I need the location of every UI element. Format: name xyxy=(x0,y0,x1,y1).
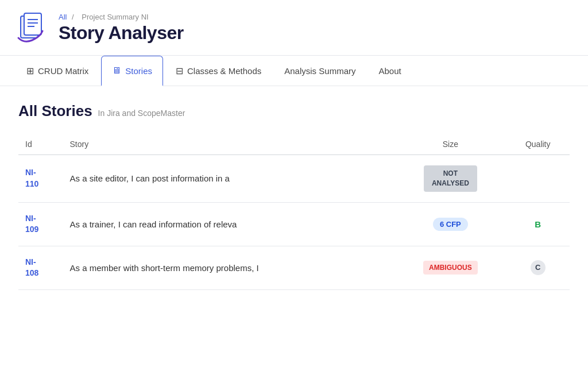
breadcrumb-all-link[interactable]: All xyxy=(59,13,67,21)
table-row: NI-109 As a trainer, I can read informat… xyxy=(18,202,570,246)
quality-b-badge: B xyxy=(535,219,541,229)
not-analysed-badge: NOTANALYSED xyxy=(424,165,477,192)
tab-crud-matrix-label: CRUD Matrix xyxy=(38,66,88,76)
crud-matrix-icon: ⊞ xyxy=(26,65,34,76)
size-badge-cell: AMBIGUOUS xyxy=(394,246,506,289)
ambiguous-badge: AMBIGUOUS xyxy=(423,261,478,275)
col-header-size: Size xyxy=(394,134,506,155)
tab-stories[interactable]: 🖥 Stories xyxy=(101,56,163,86)
story-id[interactable]: NI-110 xyxy=(18,155,63,203)
breadcrumb-project: Project Summary NI xyxy=(82,13,148,21)
size-badge-cell: NOTANALYSED xyxy=(394,155,506,203)
section-title-text: All Stories xyxy=(18,102,92,120)
app-logo xyxy=(14,10,49,46)
stories-icon: 🖥 xyxy=(112,65,121,76)
quality-cell: B xyxy=(506,202,570,246)
tab-classes-methods-label: Classes & Methods xyxy=(187,66,261,76)
col-header-quality: Quality xyxy=(506,134,570,155)
size-badge-cell: 6 CFP xyxy=(394,202,506,246)
cfp-badge: 6 CFP xyxy=(433,218,468,231)
app-header: All / Project Summary NI Story Analyser xyxy=(0,0,588,56)
section-title: All Stories In Jira and ScopeMaster xyxy=(18,102,570,120)
story-text: As a site editor, I can post information… xyxy=(63,155,394,203)
story-text: As a member with short-term memory probl… xyxy=(63,246,394,289)
classes-methods-icon: ⊟ xyxy=(176,65,183,76)
table-row: NI-108 As a member with short-term memor… xyxy=(18,246,570,289)
tab-analysis-summary[interactable]: Analysis Summary xyxy=(274,57,366,85)
table-row: NI-110 As a site editor, I can post info… xyxy=(18,155,570,203)
main-navigation: ⊞ CRUD Matrix 🖥 Stories ⊟ Classes & Meth… xyxy=(0,56,588,86)
story-id[interactable]: NI-109 xyxy=(18,202,63,246)
quality-c-badge: C xyxy=(531,260,546,275)
section-subtitle: In Jira and ScopeMaster xyxy=(98,109,185,118)
quality-cell xyxy=(506,155,570,203)
breadcrumb-separator: / xyxy=(72,13,74,21)
story-id[interactable]: NI-108 xyxy=(18,246,63,289)
header-text-block: All / Project Summary NI Story Analyser xyxy=(59,13,184,44)
story-text: As a trainer, I can read information of … xyxy=(63,202,394,246)
breadcrumb: All / Project Summary NI xyxy=(59,13,184,21)
tab-classes-methods[interactable]: ⊟ Classes & Methods xyxy=(165,56,272,86)
app-title: Story Analyser xyxy=(59,22,184,44)
tab-about[interactable]: About xyxy=(368,57,411,85)
stories-table: Id Story Size Quality NI-110 As a site e… xyxy=(18,134,570,290)
table-header-row: Id Story Size Quality xyxy=(18,134,570,155)
col-header-story: Story xyxy=(63,134,394,155)
tab-crud-matrix[interactable]: ⊞ CRUD Matrix xyxy=(16,56,99,86)
tab-stories-label: Stories xyxy=(125,66,152,76)
col-header-id: Id xyxy=(18,134,63,155)
main-content: All Stories In Jira and ScopeMaster Id S… xyxy=(0,86,588,306)
quality-cell: C xyxy=(506,246,570,289)
tab-analysis-summary-label: Analysis Summary xyxy=(284,66,355,76)
tab-about-label: About xyxy=(378,66,401,76)
svg-rect-1 xyxy=(24,13,41,35)
